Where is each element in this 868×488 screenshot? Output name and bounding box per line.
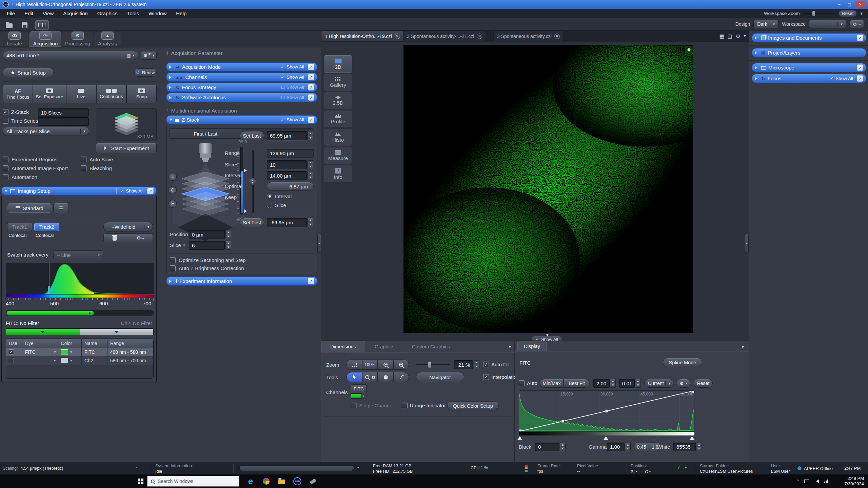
display-reset-button[interactable]: Reset	[694, 379, 713, 388]
set-exposure-button[interactable]: Set Exposure	[33, 85, 66, 103]
status-info-icon[interactable]: i	[678, 465, 679, 471]
channels-section[interactable]: ▲▲ Channels ✓Show All ↗	[166, 73, 317, 82]
view-tab-25d[interactable]: 2.5D	[324, 92, 352, 109]
optimal-button[interactable]: 6.87 µm	[267, 182, 314, 191]
scalebar-tool-icon[interactable]	[35, 20, 49, 30]
experiment-options-button[interactable]: ⚙▾	[141, 51, 157, 60]
zoom-spinner[interactable]: ▲▼	[474, 360, 479, 369]
tray-monitor-icon[interactable]	[804, 480, 809, 483]
split-view-icon[interactable]: ◫	[728, 33, 732, 39]
show-all-toggle[interactable]: Show All	[278, 94, 305, 101]
menu-view[interactable]: View	[38, 11, 58, 16]
black-exp-spinner[interactable]: ▲▼	[635, 379, 641, 388]
bleaching-checkbox[interactable]	[81, 165, 86, 171]
pan-tool-button[interactable]	[378, 372, 393, 382]
focus-strategy-section[interactable]: ↻ Focus Strategy Show All ↗	[166, 83, 317, 92]
tab-analysis[interactable]: ▲ Analysis	[94, 31, 121, 47]
popout-icon[interactable]: ↗	[857, 75, 863, 82]
menu-file[interactable]: File	[2, 11, 20, 16]
workspace-select[interactable]: ▾	[809, 20, 846, 28]
view-tab-gallery[interactable]: Gallery	[324, 74, 352, 91]
zoom-value-field[interactable]: 21 %	[454, 360, 473, 369]
auto-save-checkbox[interactable]	[81, 157, 86, 162]
auto-z-brightness-checkbox[interactable]	[170, 265, 176, 271]
display-gear-button[interactable]: ⚙ ▾	[676, 379, 691, 388]
set-first-value[interactable]: -69.95 µm	[267, 218, 307, 227]
tab-locate[interactable]: Locate	[0, 31, 29, 47]
zoom-region-tool-button[interactable]	[362, 372, 378, 382]
slice-number-spinner[interactable]: ▲▼	[225, 241, 231, 250]
minimize-button[interactable]: –	[835, 1, 844, 7]
white-exp-spinner[interactable]: ▲▼	[610, 379, 616, 388]
smart-setup-button[interactable]: ★Smart Setup	[3, 68, 54, 77]
mode-alt-button[interactable]	[53, 203, 69, 213]
show-all-toggle[interactable]: ✓Show All	[277, 64, 305, 70]
timeseries-checkbox[interactable]	[3, 118, 8, 124]
zoom-in-button[interactable]: +	[393, 360, 409, 370]
slices-value[interactable]: 10	[267, 160, 307, 169]
track-gear-icon[interactable]: ⚙ ▾	[137, 235, 144, 241]
bestfit-button[interactable]: Best Fit	[564, 379, 590, 388]
start-button[interactable]	[135, 474, 146, 488]
interval-spinner[interactable]: ▲▼	[308, 171, 313, 180]
track2-button[interactable]: Track2	[34, 223, 59, 231]
show-all-toggle[interactable]: ✓Show All	[277, 117, 305, 123]
chevron-down-icon[interactable]: ▾	[744, 33, 746, 39]
view-tab-2d[interactable]: 2D	[324, 55, 352, 73]
view-tab-profile[interactable]: Profile	[324, 110, 352, 128]
use-checkbox[interactable]	[9, 358, 14, 363]
gamma-field[interactable]: 1.00	[607, 443, 625, 451]
imaging-setup-header[interactable]: Imaging Setup ✓Show All ↗	[1, 186, 157, 196]
set-first-spinner[interactable]: ▲▼	[308, 218, 313, 227]
add-widefield-select[interactable]: +Widefield▾	[103, 222, 153, 231]
first-slice-badge[interactable]: F	[169, 200, 177, 208]
tab-dimensions[interactable]: Dimensions	[321, 341, 365, 352]
tile-view-icon[interactable]: ▦	[719, 33, 724, 39]
tracks-per-slice-select[interactable]: All Tracks per Slice▾	[3, 127, 89, 136]
view-tab-histo[interactable]: Histo	[324, 128, 352, 146]
experiment-information-header[interactable]: i Experiment Information ↗	[166, 277, 317, 286]
center-slice-badge[interactable]: C	[169, 186, 177, 194]
live-button[interactable]: Live	[66, 85, 96, 103]
start-experiment-button[interactable]: Start Experiment	[96, 143, 157, 153]
white-exp-field[interactable]: 2.00	[593, 379, 610, 388]
display-mode-select[interactable]: Current▾	[644, 379, 674, 388]
show-all-toggle[interactable]: ✓Show All	[826, 75, 854, 82]
menu-graphics[interactable]: Graphics	[93, 11, 122, 16]
zstack-checkbox[interactable]: ✓	[3, 109, 8, 115]
spline-mode-button[interactable]: Spline Mode	[663, 358, 702, 367]
popout-icon[interactable]: ↗	[857, 35, 863, 41]
experiment-select[interactable]: 488 561 Line * ▦▾	[3, 51, 138, 60]
workspace-zoom-reset-button[interactable]: Reset	[839, 10, 857, 17]
tab-acquisition[interactable]: ↷ Acquisition	[29, 31, 61, 47]
auto-export-checkbox[interactable]	[3, 165, 8, 171]
find-focus-button[interactable]: AFFind Focus	[3, 85, 33, 103]
popout-icon[interactable]: ↗	[308, 84, 314, 90]
detection-range-slider[interactable]	[6, 310, 154, 316]
tab-graphics[interactable]: Graphics	[366, 341, 403, 352]
maximize-button[interactable]: ▢	[845, 1, 854, 7]
set-last-spinner[interactable]: ▲▼	[308, 131, 313, 140]
black-field[interactable]: 0	[535, 443, 559, 451]
taskbar-clock[interactable]: 2:48 PM 7/30/2024	[840, 476, 864, 487]
fitc-filter-dropdown[interactable]	[6, 329, 80, 335]
white-field[interactable]: 65535	[673, 443, 696, 451]
zstack-section-header[interactable]: Z-Stack ✓Show All ↗	[166, 115, 317, 124]
tab-custom-graphics[interactable]: Custom Graphics	[404, 341, 458, 352]
black-spinner[interactable]: ▲▼	[560, 443, 566, 451]
software-autofocus-section[interactable]: ↻ Software Autofocus Show All ↗	[166, 93, 317, 102]
table-row[interactable]: ✓ FITC▾ ▾ FITC 400 nm - 580 nm	[6, 348, 153, 356]
close-icon[interactable]: ✕	[477, 34, 482, 39]
menu-help[interactable]: Help	[171, 11, 191, 16]
auto-checkbox[interactable]	[519, 380, 525, 386]
popout-icon[interactable]: ↗	[308, 278, 314, 284]
popout-icon[interactable]: ↗	[308, 74, 314, 80]
keep-slice-radio[interactable]	[267, 203, 272, 208]
menu-acquisition[interactable]: Acquisition	[58, 11, 93, 16]
zoom-slider[interactable]	[416, 364, 450, 365]
viewer-settings-icon[interactable]: ⚙	[736, 33, 740, 39]
save-icon[interactable]	[20, 20, 30, 30]
collapse-left-handle[interactable]: ◂	[317, 234, 321, 253]
slices-spinner[interactable]: ▲▼	[308, 160, 313, 169]
tab-display[interactable]: Display	[517, 341, 547, 351]
